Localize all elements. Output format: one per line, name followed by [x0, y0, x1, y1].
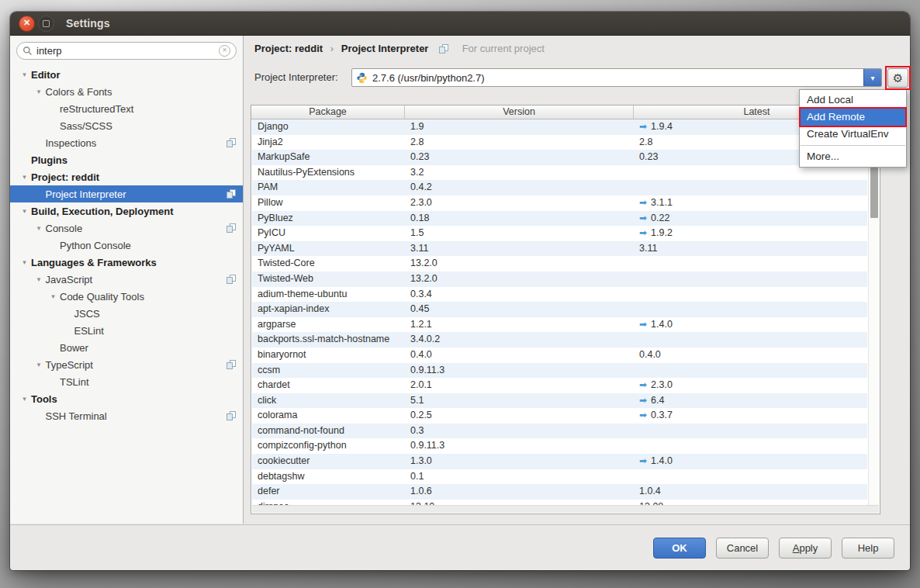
sidebar-item-eslint[interactable]: ESLint	[10, 322, 243, 339]
sidebar-item-label: reStructuredText	[60, 103, 133, 115]
tree-expand-arrow-icon[interactable]: ▾	[18, 173, 31, 181]
sidebar-item-label: ESLint	[74, 325, 104, 337]
package-row-backports-ssl-match-hostname[interactable]: backports.ssl-match-hostname3.4.0.2	[252, 332, 867, 348]
version-cell: 0.1	[405, 469, 634, 485]
sidebar-item-inspections[interactable]: Inspections	[10, 134, 243, 151]
column-header-package[interactable]: Package	[251, 105, 405, 119]
window-maximize-button[interactable]	[38, 16, 54, 32]
package-name-cell: Twisted-Core	[252, 256, 405, 272]
apply-button[interactable]: Apply	[779, 538, 832, 559]
package-row-twisted-web[interactable]: Twisted-Web13.2.0	[252, 272, 867, 287]
window-close-button[interactable]: ✕	[19, 16, 35, 32]
package-row-binaryornot[interactable]: binaryornot0.4.00.4.0	[252, 348, 867, 363]
sidebar-item-label: JSCS	[74, 308, 100, 320]
package-row-pyyaml[interactable]: PyYAML3.113.11	[252, 241, 867, 257]
version-cell: 0.3.4	[405, 287, 634, 303]
version-cell: 3.11	[405, 241, 634, 257]
sidebar-item-colors-fonts[interactable]: ▾Colors & Fonts	[10, 83, 243, 100]
upgrade-arrow-icon: ➡	[639, 121, 647, 132]
package-row-defer[interactable]: defer1.0.61.0.4	[252, 484, 867, 500]
interpreter-select[interactable]: 2.7.6 (/usr/bin/python2.7) ▾	[351, 68, 882, 87]
package-row-adium-theme-ubuntu[interactable]: adium-theme-ubuntu0.3.4	[252, 287, 867, 303]
package-row-ccsm[interactable]: ccsm0.9.11.3	[252, 363, 867, 379]
package-row-debtagshw[interactable]: debtagshw0.1	[252, 469, 867, 485]
tree-expand-arrow-icon[interactable]: ▾	[47, 292, 60, 300]
sidebar-item-javascript[interactable]: ▾JavaScript	[10, 271, 243, 288]
package-name-cell: cookiecutter	[252, 454, 405, 469]
package-row-compizconfig-python[interactable]: compizconfig-python0.9.11.3	[252, 438, 867, 454]
upgrade-arrow-icon: ➡	[639, 213, 647, 223]
package-row-markupsafe[interactable]: MarkupSafe0.230.23	[252, 150, 867, 165]
package-row-chardet[interactable]: chardet2.0.1➡2.3.0	[252, 378, 867, 393]
gear-button[interactable]: ⚙	[887, 68, 908, 88]
interpreter-value: 2.7.6 (/usr/bin/python2.7)	[372, 72, 485, 84]
package-row-apt-xapian-index[interactable]: apt-xapian-index0.45	[252, 302, 867, 317]
package-name-cell: compizconfig-python	[252, 438, 405, 454]
menu-item-add-remote[interactable]: Add Remote	[800, 109, 906, 126]
sidebar-item-jscs[interactable]: JSCS	[10, 305, 243, 322]
sidebar-item-typescript[interactable]: ▾TypeScript	[10, 356, 243, 373]
package-row-cookiecutter[interactable]: cookiecutter1.3.0➡1.4.0	[252, 454, 867, 469]
tree-expand-arrow-icon[interactable]: ▾	[18, 71, 31, 78]
tree-expand-arrow-icon[interactable]: ▾	[18, 395, 31, 403]
latest-cell: ➡2.3.0	[634, 378, 867, 393]
package-row-pybluez[interactable]: PyBluez0.18➡0.22	[252, 211, 867, 227]
tree-expand-arrow-icon[interactable]: ▾	[18, 258, 31, 266]
sidebar-item-languages-frameworks[interactable]: ▾Languages & Frameworks	[10, 254, 243, 271]
search-input[interactable]	[36, 45, 219, 57]
sidebar-item-project-reddit[interactable]: ▾Project: reddit	[10, 168, 243, 185]
sidebar-item-label: Tools	[31, 393, 57, 405]
breadcrumb-project[interactable]: Project: reddit	[254, 43, 323, 54]
help-button[interactable]: Help	[842, 538, 894, 559]
package-row-twisted-core[interactable]: Twisted-Core13.2.0	[252, 256, 867, 272]
window-titlebar[interactable]: ✕ Settings	[10, 12, 910, 36]
sidebar-item-build-execution-deployment[interactable]: ▾Build, Execution, Deployment	[10, 202, 243, 220]
package-name-cell: debtagshw	[252, 469, 405, 485]
package-row-django[interactable]: Django1.9➡1.9.4	[252, 119, 867, 135]
sidebar-item-console[interactable]: ▾Console	[10, 220, 243, 237]
copy-settings-icon	[227, 223, 236, 233]
menu-item-add-local[interactable]: Add Local	[800, 92, 906, 109]
tree-expand-arrow-icon[interactable]: ▾	[33, 361, 46, 368]
package-row-pam[interactable]: PAM0.4.2	[252, 180, 867, 195]
package-name-cell: Django	[252, 119, 405, 135]
settings-search-field[interactable]: ✕	[16, 42, 237, 60]
package-row-jinja2[interactable]: Jinja22.82.8	[252, 135, 867, 150]
sidebar-item-tools[interactable]: ▾Tools	[10, 390, 243, 407]
package-row-command-not-found[interactable]: command-not-found0.3	[252, 424, 867, 439]
cancel-button[interactable]: Cancel	[716, 538, 769, 559]
sidebar-item-bower[interactable]: Bower	[10, 339, 243, 356]
horizontal-scrollbar-track[interactable]	[252, 505, 879, 513]
tree-expand-arrow-icon[interactable]: ▾	[33, 275, 46, 283]
sidebar-item-restructuredtext[interactable]: reStructuredText	[10, 100, 243, 117]
package-row-colorama[interactable]: colorama0.2.5➡0.3.7	[252, 408, 867, 424]
package-row-argparse[interactable]: argparse1.2.1➡1.4.0	[252, 317, 867, 333]
menu-item-more[interactable]: More...	[800, 148, 906, 165]
latest-cell	[634, 272, 867, 287]
sidebar-item-label: Bower	[60, 342, 88, 354]
sidebar-item-ssh-terminal[interactable]: SSH Terminal	[10, 407, 243, 424]
sidebar-item-code-quality-tools[interactable]: ▾Code Quality Tools	[10, 288, 243, 305]
latest-cell: ➡1.9.2	[634, 226, 867, 241]
tree-expand-arrow-icon[interactable]: ▾	[18, 207, 31, 215]
package-name-cell: click	[252, 393, 405, 409]
sidebar-item-project-interpreter[interactable]: Project Interpreter	[10, 185, 243, 202]
sidebar-item-tslint[interactable]: TSLint	[10, 373, 243, 390]
package-row-click[interactable]: click5.1➡6.4	[252, 393, 867, 409]
version-cell: 2.0.1	[405, 378, 634, 393]
chevron-down-icon[interactable]: ▾	[863, 69, 881, 86]
package-row-pillow[interactable]: Pillow2.3.0➡3.1.1	[252, 195, 867, 211]
sidebar-item-sass-scss[interactable]: Sass/SCSS	[10, 117, 243, 134]
sidebar-item-python-console[interactable]: Python Console	[10, 237, 243, 254]
sidebar-item-plugins[interactable]: Plugins	[10, 151, 243, 168]
sidebar-item-editor[interactable]: ▾Editor	[10, 66, 243, 83]
version-cell: 1.2.1	[405, 317, 634, 333]
menu-item-create-virtualenv[interactable]: Create VirtualEnv	[800, 126, 906, 143]
tree-expand-arrow-icon[interactable]: ▾	[33, 88, 46, 95]
package-row-pyicu[interactable]: PyICU1.5➡1.9.2	[252, 226, 867, 241]
ok-button[interactable]: OK	[653, 538, 706, 559]
tree-expand-arrow-icon[interactable]: ▾	[33, 224, 46, 232]
package-row-nautilus-pyextensions[interactable]: Nautilus-PyExtensions3.2	[252, 165, 867, 181]
column-header-version[interactable]: Version	[405, 105, 634, 119]
clear-search-icon[interactable]: ✕	[219, 45, 230, 57]
